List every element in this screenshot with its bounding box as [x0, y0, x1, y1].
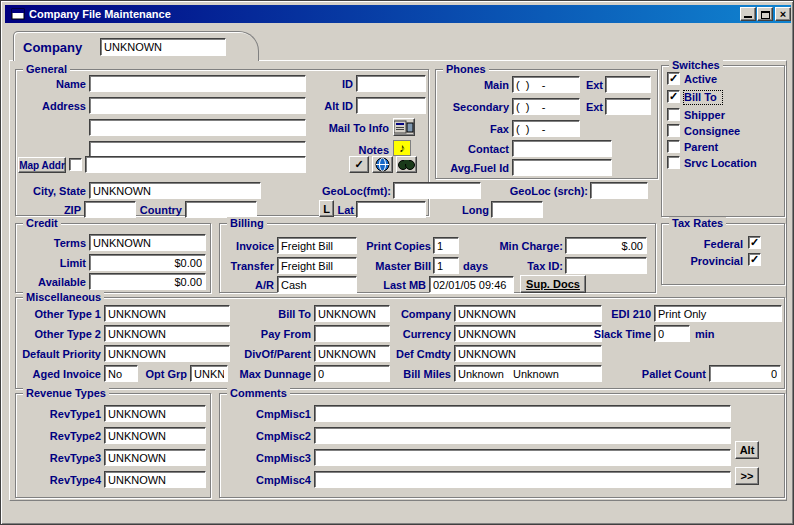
default-priority-label: Default Priority	[6, 348, 101, 361]
company-name-input[interactable]	[100, 38, 226, 56]
country-input[interactable]	[185, 201, 257, 218]
terms-input[interactable]	[89, 234, 206, 251]
alt-id-input[interactable]	[356, 97, 426, 114]
print-copies-input[interactable]	[433, 237, 459, 254]
search-location-button[interactable]	[396, 156, 417, 173]
secondary-ext-label: Ext	[584, 101, 603, 114]
id-label: ID	[321, 78, 353, 91]
last-mb-label: Last MB	[361, 279, 426, 292]
main-ext-input[interactable]	[605, 76, 651, 93]
provincial-label: Provincial	[679, 255, 743, 268]
map-addr-button[interactable]: Map Addr	[18, 157, 66, 173]
revtype4-input[interactable]	[104, 471, 206, 488]
invoice-input[interactable]	[277, 237, 357, 254]
window-icon[interactable]	[11, 7, 25, 25]
divof-parent-input[interactable]	[314, 345, 390, 362]
other-type-1-input[interactable]	[104, 305, 230, 322]
other-type-2-label: Other Type 2	[11, 328, 101, 341]
cmpmisc3-input[interactable]	[314, 449, 731, 466]
main-phone-input[interactable]	[512, 76, 580, 93]
master-bill-input[interactable]	[433, 257, 459, 274]
minimize-button[interactable]	[740, 7, 756, 21]
geoloc-fmt-input[interactable]	[393, 182, 481, 199]
secondary-ext-input[interactable]	[605, 98, 651, 115]
close-button[interactable]: ×	[775, 7, 791, 21]
contact-input[interactable]	[512, 140, 612, 157]
bill-to-checkbox[interactable]: ✓	[667, 90, 680, 103]
mail-to-info-button[interactable]	[393, 118, 415, 136]
federal-checkbox[interactable]: ✓	[748, 236, 761, 249]
available-input[interactable]	[89, 273, 206, 290]
avg-fuel-id-input[interactable]	[512, 159, 612, 176]
opt-grp-label: Opt Grp	[141, 368, 187, 381]
lat-input[interactable]	[356, 201, 426, 218]
validate-button[interactable]: ✓	[349, 156, 369, 173]
miscellaneous-group-title: Miscellaneous	[23, 291, 104, 304]
main-phone-label: Main	[449, 79, 509, 92]
max-dunnage-input[interactable]	[314, 365, 390, 382]
aged-invoice-input[interactable]	[104, 365, 138, 382]
revtype2-input[interactable]	[104, 427, 206, 444]
limit-input[interactable]	[89, 254, 206, 271]
provincial-checkbox[interactable]: ✓	[748, 253, 761, 266]
sup-docs-button[interactable]: Sup. Docs	[520, 275, 586, 293]
parent-checkbox[interactable]	[667, 140, 680, 153]
transfer-input[interactable]	[277, 257, 357, 274]
city-state-input[interactable]	[89, 182, 261, 199]
map-addr-checkbox[interactable]	[69, 158, 82, 171]
min-charge-input[interactable]	[565, 237, 647, 254]
alt-button[interactable]: Alt	[735, 441, 759, 459]
address-input[interactable]	[89, 97, 306, 114]
title-bar[interactable]: Company File Maintenance ×	[5, 5, 791, 23]
tax-id-input[interactable]	[565, 257, 647, 274]
secondary-phone-label: Secondary	[439, 101, 509, 114]
name-label: Name	[16, 78, 86, 91]
shipper-checkbox[interactable]	[667, 108, 680, 121]
phones-group-title: Phones	[443, 63, 489, 76]
consignee-checkbox[interactable]	[667, 124, 680, 137]
cmpmisc4-input[interactable]	[314, 471, 731, 488]
contact-label: Contact	[449, 143, 509, 156]
srvc-location-checkbox[interactable]	[667, 156, 680, 169]
ar-input[interactable]	[277, 276, 357, 293]
notes-icon[interactable]: ♪	[393, 140, 411, 156]
geoloc-srch-input[interactable]	[590, 182, 648, 199]
slack-time-label: Slack Time	[586, 328, 651, 341]
last-mb-input[interactable]	[429, 276, 514, 293]
other-type-2-input[interactable]	[104, 325, 230, 342]
geocode-button[interactable]	[372, 156, 393, 173]
currency-input[interactable]	[454, 325, 602, 342]
map-addr-input[interactable]	[85, 156, 306, 173]
globe-icon	[375, 157, 390, 172]
bill-miles-input[interactable]	[454, 365, 602, 382]
secondary-phone-input[interactable]	[512, 98, 580, 115]
more-button[interactable]: >>	[735, 467, 759, 485]
fax-input[interactable]	[512, 120, 580, 137]
misc-company-input[interactable]	[454, 305, 602, 322]
revtype1-input[interactable]	[104, 405, 206, 422]
comments-group-title: Comments	[227, 387, 290, 400]
default-priority-input[interactable]	[104, 345, 230, 362]
revtype3-input[interactable]	[104, 449, 206, 466]
pay-from-input[interactable]	[314, 325, 390, 342]
zip-input[interactable]	[84, 201, 136, 218]
bill-to-switch-label: Bill To	[684, 91, 722, 104]
geoloc-fmt-label: GeoLoc(fmt):	[303, 185, 391, 198]
slack-time-input[interactable]	[654, 325, 690, 342]
opt-grp-input[interactable]	[190, 365, 228, 382]
address2-input[interactable]	[89, 119, 306, 136]
def-cmdty-input[interactable]	[454, 345, 602, 362]
id-input[interactable]	[356, 75, 426, 92]
cmpmisc2-input[interactable]	[314, 427, 731, 444]
name-input[interactable]	[89, 75, 306, 92]
l-button[interactable]: L	[319, 200, 334, 217]
cmpmisc1-label: CmpMisc1	[241, 408, 311, 421]
long-input[interactable]	[491, 201, 543, 218]
cmpmisc1-input[interactable]	[314, 405, 731, 422]
misc-bill-to-input[interactable]	[314, 305, 390, 322]
active-checkbox[interactable]: ✓	[667, 72, 680, 85]
print-copies-label: Print Copies	[359, 240, 431, 253]
pallet-count-input[interactable]	[709, 365, 781, 382]
maximize-button[interactable]	[757, 7, 773, 21]
edi-210-input[interactable]	[654, 305, 782, 322]
